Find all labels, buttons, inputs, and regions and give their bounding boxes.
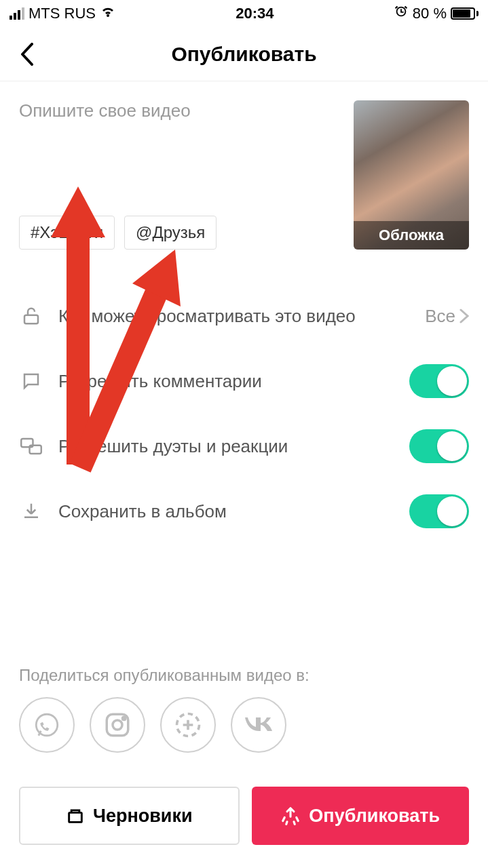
drafts-icon	[66, 806, 85, 825]
visibility-label: Кто может просматривать это видео	[58, 306, 410, 327]
status-left: MTS RUS	[10, 5, 116, 22]
visibility-row[interactable]: Кто может просматривать это видео Все	[19, 283, 469, 349]
share-vk[interactable]	[231, 697, 286, 753]
comment-icon	[19, 369, 43, 393]
carrier-label: MTS RUS	[29, 5, 96, 22]
status-right: 80 %	[394, 4, 478, 23]
svg-point-5	[113, 720, 122, 730]
chevron-right-icon	[459, 309, 469, 323]
chevron-left-icon	[20, 43, 35, 66]
lock-open-icon	[19, 304, 43, 328]
hashtags-chip[interactable]: #Хэштеги	[19, 216, 115, 250]
signal-icon	[10, 7, 24, 20]
duets-label: Разрешить дуэты и реакции	[58, 436, 394, 457]
status-time: 20:34	[236, 5, 274, 22]
svg-rect-8	[69, 812, 82, 822]
vk-icon	[242, 715, 275, 735]
visibility-value: Все	[425, 306, 469, 327]
duet-icon	[19, 434, 43, 458]
drafts-button[interactable]: Черновики	[19, 787, 240, 845]
page-title: Опубликовать	[171, 43, 316, 66]
share-story[interactable]	[160, 697, 216, 753]
comments-toggle[interactable]	[409, 364, 469, 398]
friends-chip[interactable]: @Друзья	[124, 216, 217, 250]
header: Опубликовать	[0, 27, 488, 81]
instagram-icon	[103, 711, 132, 739]
back-button[interactable]	[14, 41, 41, 68]
duets-row: Разрешить дуэты и реакции	[19, 414, 469, 479]
wifi-icon	[100, 5, 116, 22]
save-toggle[interactable]	[409, 494, 469, 528]
bottom-bar: Черновики Опубликовать	[19, 787, 469, 845]
publish-button[interactable]: Опубликовать	[252, 787, 470, 845]
battery-percent: 80 %	[413, 5, 447, 22]
battery-icon	[451, 7, 478, 20]
status-bar: MTS RUS 20:34 80 %	[0, 0, 488, 27]
share-section: Поделиться опубликованным видео в:	[19, 666, 469, 753]
svg-rect-0	[24, 315, 38, 324]
publish-icon	[280, 806, 301, 826]
share-instagram[interactable]	[90, 697, 145, 753]
duets-toggle[interactable]	[409, 429, 469, 463]
comments-row: Разрешить комментарии	[19, 349, 469, 414]
save-row: Сохранить в альбом	[19, 479, 469, 544]
share-whatsapp[interactable]	[19, 697, 75, 753]
whatsapp-icon	[33, 711, 61, 739]
story-plus-icon	[173, 710, 203, 740]
cover-thumbnail[interactable]: Обложка	[354, 100, 469, 250]
save-label: Сохранить в альбом	[58, 501, 394, 522]
cover-label: Обложка	[354, 221, 469, 250]
alarm-icon	[394, 4, 409, 23]
comments-label: Разрешить комментарии	[58, 371, 394, 392]
share-title: Поделиться опубликованным видео в:	[19, 666, 469, 685]
caption-input[interactable]: Опишите свое видео	[19, 100, 340, 121]
download-icon	[19, 499, 43, 524]
svg-point-6	[123, 717, 126, 719]
